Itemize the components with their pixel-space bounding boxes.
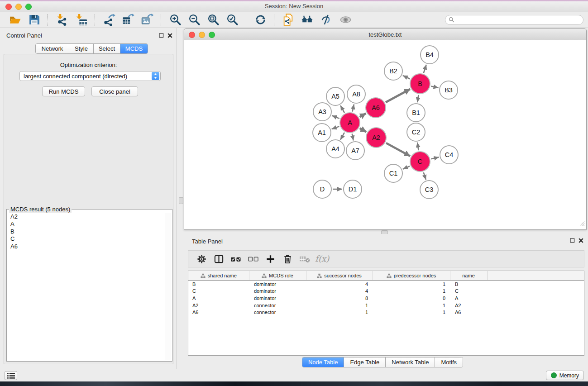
zoom-selected-button[interactable]	[224, 13, 240, 27]
column-header-predecessor-nodes[interactable]: predecessor nodes	[373, 271, 450, 281]
graph-node-A3[interactable]: A3	[313, 103, 331, 121]
zoom-out-button[interactable]	[186, 13, 202, 27]
graph-node-A6[interactable]: A6	[366, 98, 386, 118]
table-row[interactable]: Bdominator41B	[188, 281, 584, 288]
criterion-select[interactable]: largest connected component (directed)	[19, 71, 161, 81]
graph-edge-B-B3[interactable]	[431, 86, 438, 88]
scrollbar-track[interactable]	[165, 213, 171, 360]
export-table-button[interactable]	[120, 13, 136, 27]
graph-node-B3[interactable]: B3	[440, 81, 458, 99]
graph-node-C1[interactable]: C1	[384, 164, 402, 182]
graph-node-B[interactable]: B	[410, 74, 430, 94]
graph-node-D[interactable]: D	[313, 180, 331, 198]
select-all-button[interactable]	[228, 252, 244, 266]
open-file-button[interactable]	[7, 13, 23, 27]
graph-node-A4[interactable]: A4	[326, 140, 344, 158]
mcds-result-item[interactable]: A6	[10, 243, 165, 250]
graph-node-B1[interactable]: B1	[407, 104, 425, 122]
tab-mcds[interactable]: MCDS	[120, 44, 148, 53]
graph-node-B2[interactable]: B2	[384, 62, 402, 80]
deselect-all-button[interactable]	[245, 252, 261, 266]
import-network-button[interactable]	[54, 13, 70, 27]
graph-node-A8[interactable]: A8	[347, 85, 365, 103]
column-header-successor-nodes[interactable]: successor nodes	[306, 271, 373, 281]
graph-edge-A-A2[interactable]	[360, 128, 367, 132]
add-column-button[interactable]	[263, 252, 278, 266]
float-table-panel-button[interactable]	[569, 238, 575, 244]
mcds-result-item[interactable]: A	[10, 220, 165, 228]
task-history-button[interactable]	[5, 371, 17, 380]
graph-edge-A-A1[interactable]	[332, 126, 339, 129]
network-window-titlebar[interactable]: testGlobe.txt	[184, 29, 586, 40]
float-panel-button[interactable]	[158, 33, 164, 39]
graph-edge-A-A6[interactable]	[360, 114, 366, 117]
close-table-panel-button[interactable]	[578, 238, 584, 244]
graph-node-A7[interactable]: A7	[346, 142, 364, 160]
tab-network[interactable]: Network	[36, 44, 69, 53]
tab-edge-table[interactable]: Edge Table	[344, 357, 385, 367]
save-session-button[interactable]	[26, 13, 42, 27]
memory-button[interactable]: Memory	[546, 371, 584, 380]
window-resize-grip[interactable]	[579, 220, 585, 228]
mcds-result-item[interactable]: B	[10, 228, 165, 235]
run-mcds-button[interactable]: Run MCDS	[42, 86, 85, 96]
tab-select[interactable]: Select	[93, 44, 120, 53]
graph-node-B4[interactable]: B4	[421, 46, 439, 64]
bird-eye-view-button[interactable]	[337, 13, 354, 27]
network-canvas[interactable]: AA1A2A3A4A5A6A7A8BB1B2B3B4CC1C2C3C4DD1	[184, 40, 586, 229]
zoom-in-button[interactable]	[167, 13, 183, 27]
apply-function-button[interactable]: f(x)	[314, 252, 330, 266]
table-row[interactable]: A2connector11A2	[188, 302, 584, 309]
graph-node-C4[interactable]: C4	[440, 146, 458, 164]
tab-node-table[interactable]: Node Table	[302, 357, 344, 367]
graph-edge-B-B1[interactable]	[417, 95, 418, 102]
mcds-result-item[interactable]: A2	[10, 213, 165, 220]
column-header-shared-name[interactable]: shared name	[188, 271, 249, 281]
import-table-button[interactable]	[73, 13, 89, 27]
delete-table-button[interactable]	[297, 252, 312, 266]
graph-edge-A-A4[interactable]	[340, 133, 344, 140]
vertical-splitter-grip[interactable]	[179, 197, 183, 204]
refresh-layout-button[interactable]	[252, 13, 268, 27]
graph-edge-A-A7[interactable]	[352, 134, 354, 141]
search-box[interactable]	[445, 15, 583, 25]
hide-graphics-details-button[interactable]	[318, 13, 335, 27]
table-row[interactable]: Adominator80A	[188, 295, 584, 302]
mcds-result-item[interactable]: C	[10, 235, 165, 243]
graph-edge-A-A8[interactable]	[352, 104, 354, 111]
table-row[interactable]: A6connector11A6	[188, 309, 584, 316]
zoom-fit-button[interactable]	[205, 13, 221, 27]
graph-edge-B-B4[interactable]	[424, 65, 426, 73]
graph-node-C3[interactable]: C3	[420, 181, 438, 199]
split-column-button[interactable]	[211, 252, 226, 266]
graph-node-C2[interactable]: C2	[407, 123, 425, 141]
graph-edge-C-C2[interactable]	[417, 143, 418, 150]
graph-node-A5[interactable]: A5	[326, 87, 344, 105]
tab-style[interactable]: Style	[69, 44, 93, 53]
duplicate-network-button[interactable]	[280, 13, 296, 27]
graph-node-C[interactable]: C	[410, 152, 430, 172]
search-input[interactable]	[457, 16, 583, 24]
table-settings-button[interactable]	[194, 252, 209, 266]
graph-edge-A2-C[interactable]	[386, 143, 410, 156]
home-button[interactable]	[299, 13, 316, 27]
graph-node-D1[interactable]: D1	[344, 180, 362, 198]
graph-node-A1[interactable]: A1	[313, 124, 331, 142]
graph-node-A2[interactable]: A2	[366, 128, 386, 148]
graph-node-A[interactable]: A	[340, 113, 360, 133]
column-header-MCDS-role[interactable]: MCDS role	[249, 271, 306, 281]
column-header-name[interactable]: name	[450, 271, 487, 281]
export-network-button[interactable]	[101, 13, 117, 27]
graph-edge-C-C4[interactable]	[431, 157, 439, 159]
graph-edge-A-A5[interactable]	[340, 105, 344, 113]
tab-motifs[interactable]: Motifs	[435, 357, 463, 367]
graph-edge-C-C3[interactable]	[424, 172, 426, 180]
tab-network-table[interactable]: Network Table	[385, 357, 435, 367]
table-row[interactable]: Cdominator41C	[188, 288, 584, 295]
graph-edge-A6-B[interactable]	[386, 89, 410, 102]
graph-edge-A-A3[interactable]	[332, 115, 339, 118]
graph-edge-B-B2[interactable]	[403, 76, 410, 79]
graph-edge-C-C1[interactable]	[403, 166, 410, 169]
close-panel-button-mcds[interactable]: Close panel	[91, 86, 138, 96]
export-image-button[interactable]	[139, 13, 155, 27]
